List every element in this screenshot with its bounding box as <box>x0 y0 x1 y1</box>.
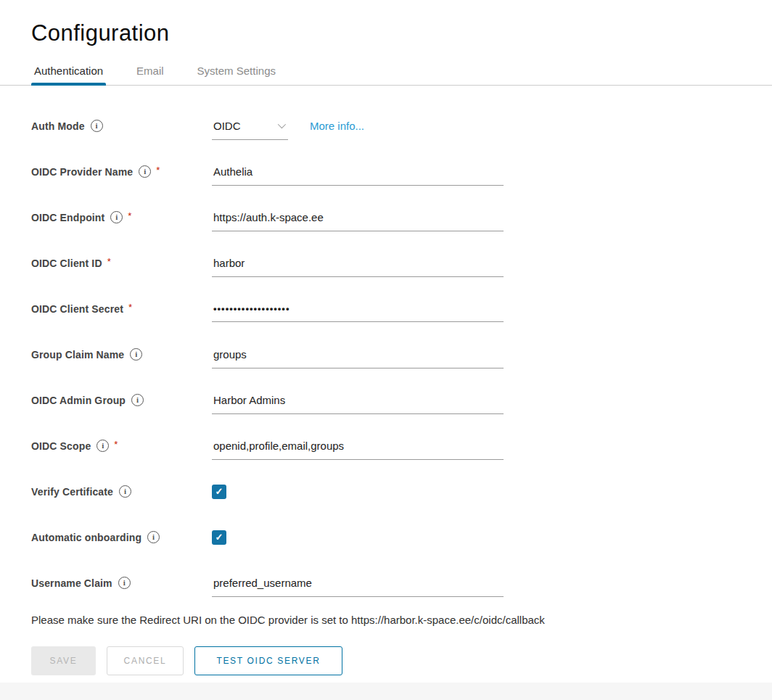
test-oidc-server-button[interactable]: TEST OIDC SERVER <box>194 646 342 675</box>
oidc-provider-name-row: OIDC Provider Name i * <box>31 149 772 194</box>
auth-mode-label: Auth Mode <box>31 120 85 132</box>
verify-certificate-label: Verify Certificate <box>31 486 113 498</box>
info-icon[interactable]: i <box>118 577 131 589</box>
verify-certificate-control: ✓ <box>212 485 226 499</box>
oidc-provider-name-input[interactable] <box>212 165 504 186</box>
oidc-endpoint-label-cell: OIDC Endpoint i * <box>31 211 212 223</box>
info-icon[interactable]: i <box>147 531 160 543</box>
oidc-client-secret-label: OIDC Client Secret <box>31 303 123 315</box>
auth-mode-control: OIDC More info... <box>212 120 364 133</box>
tab-system-settings[interactable]: System Settings <box>194 64 279 85</box>
username-claim-label-cell: Username Claim i <box>31 577 212 589</box>
tab-authentication[interactable]: Authentication <box>31 64 106 85</box>
oidc-client-secret-label-cell: OIDC Client Secret * <box>31 303 212 315</box>
automatic-onboarding-label: Automatic onboarding <box>31 532 141 543</box>
username-claim-control <box>212 577 504 590</box>
oidc-client-secret-control <box>212 303 504 315</box>
username-claim-input[interactable] <box>212 577 504 597</box>
verify-certificate-checkbox[interactable]: ✓ <box>212 485 226 499</box>
required-asterisk: * <box>107 256 111 267</box>
oidc-client-secret-row: OIDC Client Secret * <box>31 286 772 332</box>
oidc-client-id-label-cell: OIDC Client ID * <box>31 258 212 269</box>
page-title: Configuration <box>0 19 772 48</box>
oidc-client-id-label: OIDC Client ID <box>31 258 102 269</box>
verify-certificate-row: Verify Certificate i ✓ <box>31 469 772 514</box>
tab-bar: Authentication Email System Settings <box>0 64 772 86</box>
automatic-onboarding-row: Automatic onboarding i ✓ <box>31 514 772 560</box>
group-claim-name-input[interactable] <box>212 348 504 368</box>
checkmark-icon: ✓ <box>215 532 223 542</box>
page-bottom-strip <box>0 683 772 700</box>
required-asterisk: * <box>128 302 132 313</box>
oidc-client-id-input[interactable] <box>212 257 504 277</box>
automatic-onboarding-label-cell: Automatic onboarding i <box>31 531 212 543</box>
authentication-form: Auth Mode i OIDC More info... OIDC Provi… <box>0 86 772 675</box>
redirect-uri-note: Please make sure the Redirect URI on the… <box>31 613 772 627</box>
oidc-scope-control <box>212 440 504 453</box>
oidc-client-id-control <box>212 257 504 270</box>
auth-mode-select[interactable]: OIDC <box>212 120 288 140</box>
oidc-admin-group-label-cell: OIDC Admin Group i <box>31 394 212 406</box>
required-asterisk: * <box>128 210 131 221</box>
info-icon[interactable]: i <box>96 440 109 452</box>
oidc-provider-name-label: OIDC Provider Name <box>31 166 133 178</box>
info-icon[interactable]: i <box>139 165 151 178</box>
group-claim-name-label: Group Claim Name <box>31 349 124 361</box>
info-icon[interactable]: i <box>119 485 131 498</box>
oidc-provider-name-control <box>212 165 504 178</box>
oidc-provider-name-label-cell: OIDC Provider Name i * <box>31 165 212 178</box>
automatic-onboarding-checkbox[interactable]: ✓ <box>212 530 226 545</box>
info-icon[interactable]: i <box>110 211 123 223</box>
oidc-admin-group-label: OIDC Admin Group <box>31 395 126 406</box>
info-icon[interactable]: i <box>131 394 144 406</box>
oidc-client-id-row: OIDC Client ID * <box>31 240 772 286</box>
required-asterisk: * <box>156 165 160 176</box>
checkmark-icon: ✓ <box>215 487 223 496</box>
save-button[interactable]: SAVE <box>31 646 96 675</box>
auth-mode-selected-value: OIDC <box>213 120 241 132</box>
auth-mode-row: Auth Mode i OIDC More info... <box>31 103 772 149</box>
group-claim-name-row: Group Claim Name i <box>31 332 772 377</box>
oidc-scope-label: OIDC Scope <box>31 440 91 452</box>
oidc-scope-row: OIDC Scope i * <box>31 423 772 469</box>
oidc-endpoint-row: OIDC Endpoint i * <box>31 194 772 240</box>
verify-certificate-label-cell: Verify Certificate i <box>31 485 212 498</box>
group-claim-name-control <box>212 348 504 361</box>
automatic-onboarding-control: ✓ <box>212 530 226 545</box>
configuration-page: Configuration Authentication Email Syste… <box>0 0 772 700</box>
oidc-scope-label-cell: OIDC Scope i * <box>31 440 212 452</box>
oidc-endpoint-input[interactable] <box>212 211 504 231</box>
oidc-scope-input[interactable] <box>212 440 504 460</box>
username-claim-label: Username Claim <box>31 577 112 589</box>
username-claim-row: Username Claim i <box>31 560 772 606</box>
group-claim-name-label-cell: Group Claim Name i <box>31 348 212 361</box>
oidc-client-secret-input[interactable] <box>212 303 504 322</box>
info-icon[interactable]: i <box>130 348 142 361</box>
action-buttons: SAVE CANCEL TEST OIDC SERVER <box>31 646 772 675</box>
oidc-endpoint-label: OIDC Endpoint <box>31 212 104 223</box>
required-asterisk: * <box>114 439 118 450</box>
cancel-button[interactable]: CANCEL <box>107 646 184 675</box>
oidc-endpoint-control <box>212 211 504 224</box>
oidc-admin-group-control <box>212 394 504 407</box>
oidc-admin-group-row: OIDC Admin Group i <box>31 377 772 423</box>
chevron-down-icon <box>278 120 286 128</box>
tab-email[interactable]: Email <box>134 64 167 85</box>
oidc-admin-group-input[interactable] <box>212 394 504 414</box>
info-icon[interactable]: i <box>91 120 103 132</box>
more-info-link[interactable]: More info... <box>310 120 364 132</box>
auth-mode-label-cell: Auth Mode i <box>31 120 212 132</box>
